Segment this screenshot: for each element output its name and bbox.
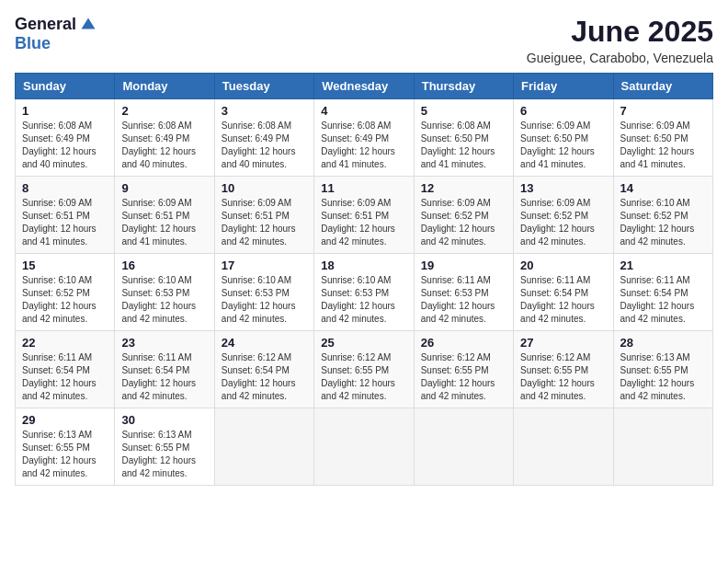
day-info: Sunrise: 6:09 AMSunset: 6:51 PMDaylight:… xyxy=(321,197,406,248)
calendar-day-cell: 3Sunrise: 6:08 AMSunset: 6:49 PMDaylight… xyxy=(214,99,313,177)
day-info: Sunrise: 6:11 AMSunset: 6:54 PMDaylight:… xyxy=(121,351,207,403)
logo: General Blue xyxy=(15,15,97,53)
day-number: 9 xyxy=(121,181,207,195)
calendar-day-cell: 9Sunrise: 6:09 AMSunset: 6:51 PMDaylight… xyxy=(115,177,214,254)
day-info: Sunrise: 6:12 AMSunset: 6:55 PMDaylight:… xyxy=(520,351,606,403)
day-info: Sunrise: 6:08 AMSunset: 6:50 PMDaylight:… xyxy=(421,120,506,171)
calendar-day-header: Sunday xyxy=(16,74,115,99)
day-info: Sunrise: 6:08 AMSunset: 6:49 PMDaylight:… xyxy=(121,120,207,171)
day-number: 27 xyxy=(520,336,606,350)
day-info: Sunrise: 6:11 AMSunset: 6:54 PMDaylight:… xyxy=(520,274,606,326)
calendar-day-cell: 27Sunrise: 6:12 AMSunset: 6:55 PMDayligh… xyxy=(514,331,613,408)
logo-blue-text: Blue xyxy=(15,34,51,52)
title-section: June 2025 Gueiguee, Carabobo, Venezuela xyxy=(527,15,713,65)
day-number: 15 xyxy=(22,259,108,272)
day-info: Sunrise: 6:11 AMSunset: 6:54 PMDaylight:… xyxy=(22,351,108,403)
calendar-day-header: Thursday xyxy=(414,74,513,99)
day-number: 11 xyxy=(321,181,406,195)
day-info: Sunrise: 6:09 AMSunset: 6:52 PMDaylight:… xyxy=(520,197,606,248)
day-info: Sunrise: 6:13 AMSunset: 6:55 PMDaylight:… xyxy=(22,429,108,480)
calendar-day-cell: 22Sunrise: 6:11 AMSunset: 6:54 PMDayligh… xyxy=(16,331,115,408)
day-number: 13 xyxy=(520,181,606,195)
day-info: Sunrise: 6:11 AMSunset: 6:53 PMDaylight:… xyxy=(421,274,506,326)
day-info: Sunrise: 6:09 AMSunset: 6:50 PMDaylight:… xyxy=(620,120,706,171)
day-info: Sunrise: 6:08 AMSunset: 6:49 PMDaylight:… xyxy=(222,120,307,171)
calendar-day-cell: 4Sunrise: 6:08 AMSunset: 6:49 PMDaylight… xyxy=(314,99,414,177)
calendar-day-cell xyxy=(414,408,513,486)
day-number: 17 xyxy=(222,259,307,272)
calendar-week-row: 1Sunrise: 6:08 AMSunset: 6:49 PMDaylight… xyxy=(16,99,713,177)
day-number: 3 xyxy=(222,104,307,118)
calendar-day-cell: 12Sunrise: 6:09 AMSunset: 6:52 PMDayligh… xyxy=(414,177,513,254)
calendar-day-cell: 24Sunrise: 6:12 AMSunset: 6:54 PMDayligh… xyxy=(214,331,313,408)
calendar-day-header: Friday xyxy=(514,74,613,99)
calendar-day-cell: 26Sunrise: 6:12 AMSunset: 6:55 PMDayligh… xyxy=(414,331,513,408)
calendar-day-cell: 7Sunrise: 6:09 AMSunset: 6:50 PMDaylight… xyxy=(613,99,712,177)
day-info: Sunrise: 6:12 AMSunset: 6:55 PMDaylight:… xyxy=(421,351,506,403)
day-info: Sunrise: 6:13 AMSunset: 6:55 PMDaylight:… xyxy=(620,351,706,403)
day-info: Sunrise: 6:10 AMSunset: 6:53 PMDaylight:… xyxy=(321,274,406,326)
calendar-day-header: Monday xyxy=(115,74,214,99)
day-number: 19 xyxy=(421,259,506,272)
calendar-day-cell: 20Sunrise: 6:11 AMSunset: 6:54 PMDayligh… xyxy=(514,254,613,331)
page-header: General Blue June 2025 Gueiguee, Carabob… xyxy=(15,15,713,65)
calendar-day-header: Wednesday xyxy=(314,74,414,99)
calendar-day-cell: 6Sunrise: 6:09 AMSunset: 6:50 PMDaylight… xyxy=(514,99,613,177)
day-number: 29 xyxy=(22,413,108,427)
calendar-day-cell: 25Sunrise: 6:12 AMSunset: 6:55 PMDayligh… xyxy=(314,331,414,408)
svg-marker-0 xyxy=(82,17,96,29)
calendar-day-cell: 28Sunrise: 6:13 AMSunset: 6:55 PMDayligh… xyxy=(613,331,712,408)
day-number: 25 xyxy=(321,336,406,350)
day-number: 12 xyxy=(421,181,506,195)
calendar-table: SundayMondayTuesdayWednesdayThursdayFrid… xyxy=(15,73,713,486)
day-number: 8 xyxy=(22,181,108,195)
calendar-day-cell: 13Sunrise: 6:09 AMSunset: 6:52 PMDayligh… xyxy=(514,177,613,254)
day-number: 1 xyxy=(22,104,108,118)
calendar-day-header: Tuesday xyxy=(214,74,313,99)
calendar-day-cell: 17Sunrise: 6:10 AMSunset: 6:53 PMDayligh… xyxy=(214,254,313,331)
calendar-day-cell xyxy=(514,408,613,486)
calendar-day-cell: 30Sunrise: 6:13 AMSunset: 6:55 PMDayligh… xyxy=(115,408,214,486)
day-number: 24 xyxy=(222,336,307,350)
day-number: 10 xyxy=(222,181,307,195)
day-number: 16 xyxy=(121,259,207,272)
calendar-week-row: 15Sunrise: 6:10 AMSunset: 6:52 PMDayligh… xyxy=(16,254,713,331)
day-number: 7 xyxy=(620,104,706,118)
day-number: 5 xyxy=(421,104,506,118)
calendar-day-cell: 11Sunrise: 6:09 AMSunset: 6:51 PMDayligh… xyxy=(314,177,414,254)
day-info: Sunrise: 6:09 AMSunset: 6:51 PMDaylight:… xyxy=(222,197,307,248)
month-title: June 2025 xyxy=(527,15,713,49)
calendar-day-cell: 14Sunrise: 6:10 AMSunset: 6:52 PMDayligh… xyxy=(613,177,712,254)
calendar-header-row: SundayMondayTuesdayWednesdayThursdayFrid… xyxy=(16,74,713,99)
day-info: Sunrise: 6:09 AMSunset: 6:52 PMDaylight:… xyxy=(421,197,506,248)
day-number: 30 xyxy=(121,413,207,427)
day-number: 21 xyxy=(620,259,706,272)
calendar-day-cell: 23Sunrise: 6:11 AMSunset: 6:54 PMDayligh… xyxy=(115,331,214,408)
day-info: Sunrise: 6:13 AMSunset: 6:55 PMDaylight:… xyxy=(121,429,207,480)
calendar-day-cell: 19Sunrise: 6:11 AMSunset: 6:53 PMDayligh… xyxy=(414,254,513,331)
location-text: Gueiguee, Carabobo, Venezuela xyxy=(527,51,713,65)
day-number: 23 xyxy=(121,336,207,350)
calendar-day-cell xyxy=(214,408,313,486)
calendar-day-cell: 16Sunrise: 6:10 AMSunset: 6:53 PMDayligh… xyxy=(115,254,214,331)
day-number: 6 xyxy=(520,104,606,118)
calendar-day-cell: 1Sunrise: 6:08 AMSunset: 6:49 PMDaylight… xyxy=(16,99,115,177)
day-info: Sunrise: 6:10 AMSunset: 6:52 PMDaylight:… xyxy=(620,197,706,248)
day-number: 14 xyxy=(620,181,706,195)
day-info: Sunrise: 6:11 AMSunset: 6:54 PMDaylight:… xyxy=(620,274,706,326)
calendar-day-header: Saturday xyxy=(613,74,712,99)
day-info: Sunrise: 6:12 AMSunset: 6:54 PMDaylight:… xyxy=(222,351,307,403)
calendar-week-row: 8Sunrise: 6:09 AMSunset: 6:51 PMDaylight… xyxy=(16,177,713,254)
calendar-day-cell: 2Sunrise: 6:08 AMSunset: 6:49 PMDaylight… xyxy=(115,99,214,177)
day-number: 18 xyxy=(321,259,406,272)
calendar-day-cell: 8Sunrise: 6:09 AMSunset: 6:51 PMDaylight… xyxy=(16,177,115,254)
day-info: Sunrise: 6:09 AMSunset: 6:50 PMDaylight:… xyxy=(520,120,606,171)
calendar-day-cell xyxy=(613,408,712,486)
calendar-day-cell: 21Sunrise: 6:11 AMSunset: 6:54 PMDayligh… xyxy=(613,254,712,331)
calendar-week-row: 29Sunrise: 6:13 AMSunset: 6:55 PMDayligh… xyxy=(16,408,713,486)
calendar-day-cell xyxy=(314,408,414,486)
calendar-day-cell: 5Sunrise: 6:08 AMSunset: 6:50 PMDaylight… xyxy=(414,99,513,177)
day-number: 26 xyxy=(421,336,506,350)
day-info: Sunrise: 6:10 AMSunset: 6:53 PMDaylight:… xyxy=(222,274,307,326)
day-number: 4 xyxy=(321,104,406,118)
